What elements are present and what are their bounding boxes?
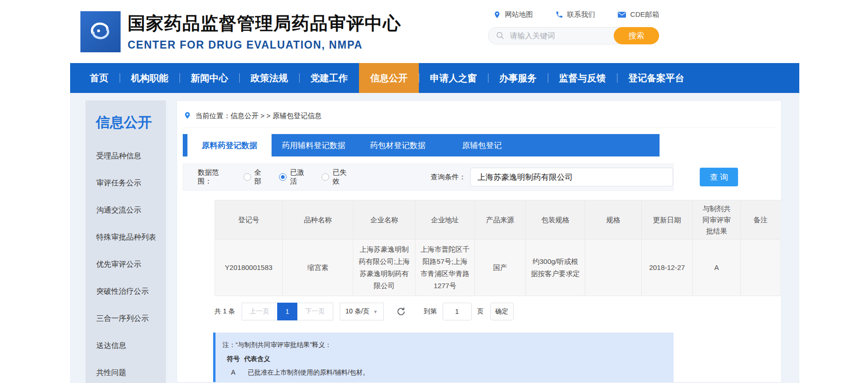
goto-page-label: 到第: [424, 307, 437, 316]
content-card: 当前位置：信息公开 > > 原辅包登记信息 原料药登记数据 药用辅料登记数据 药…: [177, 100, 782, 383]
brand-block: 国家药品监督管理局药品审评中心 CENTER FOR DRUG EVALUATI…: [128, 12, 401, 51]
tab-bar: 原料药登记数据 药用辅料登记数据 药包材登记数据 原辅包登记: [183, 134, 660, 156]
col-product-origin: 产品来源: [475, 200, 526, 240]
sidebar-item-common-issues[interactable]: 共性问题: [86, 359, 166, 383]
cde-logo: [80, 11, 121, 52]
sidebar-item-breakthrough-therapy[interactable]: 突破性治疗公示: [86, 278, 166, 305]
cell-registration-no: Y20180001583: [215, 240, 283, 296]
site-header: 国家药品监督管理局药品审评中心 CENTER FOR DRUG EVALUATI…: [0, 0, 868, 63]
note-row-a: A 已批准在上市制剂使用的原料/辅料/包材。: [222, 366, 674, 379]
link-contact[interactable]: 联系我们: [555, 10, 595, 19]
table-row: Y20180001583 缩宫素 上海苏豪逸明制药有限公司;上海苏豪逸明制药有限…: [215, 240, 781, 296]
nav-item-home[interactable]: 首页: [79, 63, 120, 93]
note-row-i: I 尚未通过与制剂共同审评审批的原料/辅料/包材。: [222, 379, 674, 383]
goto-page-input[interactable]: [443, 303, 472, 320]
site-subtitle: CENTER FOR DRUG EVALUATION, NMPA: [128, 39, 401, 51]
col-update-date: 更新日期: [642, 200, 693, 240]
sidebar-item-three-in-one[interactable]: 三合一序列公示: [86, 305, 166, 332]
radio-option-expired[interactable]: 已失效: [322, 168, 352, 186]
note-symbol-a: A: [222, 366, 244, 379]
table-header-row: 登记号 品种名称 企业名称 企业地址 产品来源 包装规格 规格 更新日期 与制剂…: [215, 200, 781, 240]
page-size-value: 10 条/页: [345, 307, 369, 316]
scope-label: 数据范围：: [198, 168, 231, 186]
col-packaging-spec: 包装规格: [526, 200, 585, 240]
site-title: 国家药品监督管理局药品审评中心: [128, 12, 401, 35]
sidebar-item-priority-review[interactable]: 优先审评公示: [86, 251, 166, 278]
pagination-total: 共 1 条: [215, 307, 235, 316]
link-cde-mail[interactable]: CDE邮箱: [617, 10, 659, 19]
filter-row: 数据范围： 全部 已激活 已失效 查询条件：: [177, 163, 781, 191]
col-joint-review-result: 与制剂共同审评审批结果: [693, 200, 741, 240]
cell-company-name: 上海苏豪逸明制药有限公司;上海苏豪逸明制药有限公司: [353, 240, 416, 296]
radio-circle-icon: [322, 173, 329, 181]
nav-item-registration-platform[interactable]: 登记备案平台: [617, 63, 696, 93]
note-meaning-i: 尚未通过与制剂共同审评审批的原料/辅料/包材。: [248, 379, 389, 383]
main-nav: 首页 机构职能 新闻中心 政策法规 党建工作 信息公开 申请人之窗 办事服务 监…: [70, 63, 799, 93]
sidebar-item-delivery-info[interactable]: 送达信息: [86, 332, 166, 359]
search-icon: [495, 31, 505, 42]
link-cde-mail-label: CDE邮箱: [630, 10, 659, 19]
breadcrumb: 当前位置：信息公开 > > 原辅包登记信息: [183, 101, 775, 128]
cell-company-address: 上海市普陀区千阳路57号;上海市青浦区华青路1277号: [416, 240, 475, 296]
goto-confirm-button[interactable]: 确定: [490, 303, 514, 320]
note-block: 注：“与制剂共同审评审批结果”释义： 符号 代表含义 A 已批准在上市制剂使用的…: [213, 333, 674, 383]
sidebar-item-special-approval-list[interactable]: 特殊审批品种列表: [86, 224, 166, 251]
radio-option-all-label: 全部: [254, 168, 267, 186]
cell-product-origin: 国产: [475, 240, 526, 296]
envelope-icon: [617, 11, 626, 18]
refresh-icon[interactable]: [396, 306, 407, 317]
page-number-button[interactable]: 1: [277, 303, 298, 320]
query-label: 查询条件：: [430, 173, 466, 182]
note-header-symbol: 符号: [222, 352, 244, 365]
nav-item-supervision-feedback[interactable]: 监督与反馈: [548, 63, 617, 93]
sidebar-item-accepted-varieties[interactable]: 受理品种信息: [86, 142, 166, 170]
link-contact-label: 联系我们: [567, 10, 595, 19]
col-registration-no: 登记号: [215, 200, 283, 240]
tab-yfb-registration[interactable]: 原辅包登记: [440, 134, 524, 156]
sidebar-item-communication[interactable]: 沟通交流公示: [86, 197, 166, 224]
page-size-select[interactable]: 10 条/页 ▼: [340, 303, 384, 320]
col-company-name: 企业名称: [353, 200, 416, 240]
search-button[interactable]: 搜索: [614, 27, 659, 44]
search-bar: 搜索: [488, 27, 659, 44]
nav-item-org-functions[interactable]: 机构职能: [120, 63, 179, 93]
next-page-button[interactable]: 下一页: [297, 303, 333, 320]
note-symbol-i: I: [222, 379, 244, 383]
radio-option-all[interactable]: 全部: [244, 168, 267, 186]
cell-update-date: 2018-12-27: [642, 240, 693, 296]
header-inner: 国家药品监督管理局药品审评中心 CENTER FOR DRUG EVALUATI…: [70, 0, 799, 63]
radio-circle-icon: [244, 173, 251, 181]
registration-table: 登记号 品种名称 企业名称 企业地址 产品来源 包装规格 规格 更新日期 与制剂…: [215, 200, 781, 296]
nav-item-applicant-window[interactable]: 申请人之窗: [419, 63, 488, 93]
nav-item-policy[interactable]: 政策法规: [239, 63, 299, 93]
radio-checked-icon: [279, 173, 287, 181]
note-line1: 注：“与制剂共同审评审批结果”释义：: [222, 338, 674, 351]
note-meaning-a: 已批准在上市制剂使用的原料/辅料/包材。: [248, 366, 369, 379]
tab-excipient-registration-data[interactable]: 药用辅料登记数据: [272, 134, 356, 156]
radio-option-expired-label: 已失效: [332, 168, 352, 186]
radio-option-active[interactable]: 已激活: [279, 168, 309, 186]
note-header: 符号 代表含义: [222, 352, 674, 365]
pagination: 共 1 条 上一页 1 下一页 10 条/页 ▼ 到第 页 确定: [215, 303, 781, 320]
nav-item-services[interactable]: 办事服务: [488, 63, 548, 93]
sidebar-item-review-tasks[interactable]: 审评任务公示: [86, 170, 166, 197]
link-sitemap-label: 网站地图: [505, 10, 533, 19]
nav-item-party-building[interactable]: 党建工作: [299, 63, 359, 93]
col-variety-name: 品种名称: [283, 200, 353, 240]
tab-api-registration-data[interactable]: 原料药登记数据: [187, 134, 272, 156]
filter-band: 数据范围： 全部 已激活 已失效 查询条件：: [183, 163, 674, 191]
col-spec: 规格: [585, 200, 642, 240]
nav-item-news-center[interactable]: 新闻中心: [179, 63, 239, 93]
col-company-address: 企业地址: [416, 200, 475, 240]
link-sitemap[interactable]: 网站地图: [493, 10, 533, 19]
quick-links: 网站地图 联系我们 CDE邮箱: [493, 10, 659, 19]
prev-page-button[interactable]: 上一页: [242, 303, 278, 320]
query-input[interactable]: [470, 168, 673, 186]
cde-logo-swirl-icon: [86, 16, 115, 47]
goto-page-unit: 页: [477, 307, 484, 316]
nav-item-info-disclosure[interactable]: 信息公开: [359, 63, 419, 93]
tab-packaging-registration-data[interactable]: 药包材登记数据: [356, 134, 440, 156]
sidebar-title: 信息公开: [86, 100, 166, 132]
cell-joint-review-result: A: [693, 240, 741, 296]
query-button[interactable]: 查 询: [700, 168, 738, 186]
